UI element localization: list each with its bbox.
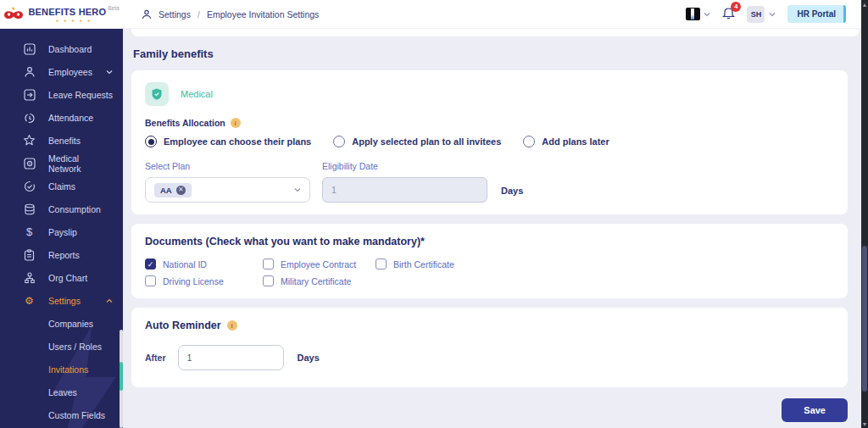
documents-checkbox-grid: ✓ National ID Employee Contract Birth Ce…: [145, 258, 834, 286]
claims-icon: [23, 180, 36, 192]
save-button[interactable]: Save: [782, 398, 848, 422]
sidebar: Dashboard Employees Leave Requests Atten…: [0, 29, 123, 428]
checkbox-national-id[interactable]: ✓ National ID: [145, 258, 263, 270]
checkbox-unchecked-icon: [263, 275, 274, 286]
sidebar-item-benefits[interactable]: Benefits: [0, 129, 123, 152]
info-icon[interactable]: i: [227, 320, 237, 331]
breadcrumb-section[interactable]: Settings: [159, 9, 191, 19]
language-flag-icon: [686, 8, 700, 20]
chevron-down-icon: [704, 11, 710, 18]
consumption-icon: [23, 203, 36, 215]
sidebar-item-leave-requests[interactable]: Leave Requests: [0, 83, 123, 106]
breadcrumb-page: Employee Invitation Settings: [207, 9, 320, 19]
sidebar-item-consumption[interactable]: Consumption: [0, 197, 123, 220]
sidebar-subitem-custom-fields[interactable]: Custom Fields: [0, 403, 123, 426]
avatar: SH: [747, 6, 765, 23]
sidebar-item-employees[interactable]: Employees: [0, 60, 123, 83]
plan-chip: AA ✕: [154, 183, 192, 197]
language-selector[interactable]: [686, 8, 710, 20]
settings-gear-icon: ⚙: [23, 294, 36, 307]
org-chart-icon: [23, 271, 36, 284]
top-header: BENEFITS HEROBeta ★ ★ ★ ★ ★ Settings / E…: [0, 0, 868, 29]
leave-requests-icon: [23, 88, 36, 101]
chevron-down-icon: [294, 186, 301, 193]
allocation-label: Benefits Allocation: [145, 118, 225, 128]
notifications-button[interactable]: 4: [722, 6, 735, 23]
checkbox-unchecked-icon: [263, 258, 274, 270]
auto-reminder-title: Auto Reminder: [145, 320, 221, 331]
logo-stars: ★ ★ ★ ★ ★: [28, 19, 119, 24]
sidebar-subitem-users-roles[interactable]: Users / Roles: [0, 335, 123, 358]
user-icon: [142, 9, 152, 19]
chip-remove-icon[interactable]: ✕: [176, 186, 186, 195]
hero-mask-icon: [3, 7, 24, 22]
documents-title: Documents (Check what you want to make m…: [145, 236, 834, 247]
sidebar-item-reports[interactable]: Reports: [0, 243, 123, 266]
sidebar-item-settings[interactable]: ⚙ Settings: [0, 289, 123, 312]
radio-unselected-icon: [333, 136, 345, 147]
sidebar-scrollbar-thumb[interactable]: [120, 362, 123, 391]
scroll-down-icon[interactable]: ▼: [861, 420, 868, 428]
employees-icon: [23, 65, 36, 78]
auto-reminder-card: Auto Reminder i After Days: [131, 308, 848, 387]
select-plan-label: Select Plan: [145, 161, 310, 171]
sidebar-subitem-invitations[interactable]: Invitations: [0, 358, 123, 381]
sidebar-item-org-chart[interactable]: Org Chart: [0, 266, 123, 289]
sidebar-item-attendance[interactable]: Attendance: [0, 106, 123, 129]
checkbox-unchecked-icon: [376, 258, 387, 270]
chevron-down-icon: [769, 11, 776, 18]
main-content: Family benefits Medical Benefits Allocat…: [123, 29, 868, 428]
eligibility-date-input[interactable]: [322, 177, 487, 203]
reports-icon: [23, 248, 36, 261]
scroll-up-icon[interactable]: ▲: [861, 0, 868, 8]
user-menu[interactable]: SH: [747, 6, 776, 23]
sidebar-item-payslip[interactable]: $ Payslip: [0, 220, 123, 243]
info-icon[interactable]: i: [231, 118, 241, 128]
logo-title: BENEFITS HERO: [28, 7, 106, 17]
radio-apply-selected-plan[interactable]: Apply selected plan to all invitees: [333, 136, 501, 147]
checkbox-checked-icon: ✓: [145, 258, 156, 270]
breadcrumb: Settings / Employee Invitation Settings: [142, 9, 319, 19]
hr-portal-button[interactable]: HR Portal: [787, 5, 846, 23]
checkbox-birth-certificate[interactable]: Birth Certificate: [376, 258, 834, 270]
page-scrollbar-thumb[interactable]: [862, 246, 867, 392]
benefit-name: Medical: [181, 89, 213, 99]
medical-shield-icon: [145, 82, 169, 106]
checkbox-driving-license[interactable]: Driving License: [145, 275, 263, 286]
select-plan-dropdown[interactable]: AA ✕: [145, 177, 310, 203]
radio-selected-icon: [145, 136, 157, 147]
benefits-star-icon: [23, 134, 36, 147]
sidebar-item-medical-network[interactable]: Medical Network: [0, 152, 123, 175]
dashboard-icon: [23, 42, 36, 55]
radio-unselected-icon: [523, 136, 535, 147]
breadcrumb-separator: /: [198, 9, 200, 19]
documents-card: Documents (Check what you want to make m…: [131, 224, 848, 298]
reminder-days-label: Days: [298, 353, 320, 363]
previous-card-remnant: [131, 29, 860, 36]
chevron-up-icon: [106, 297, 113, 304]
logo-beta-tag: Beta: [108, 5, 119, 11]
checkbox-employee-contract[interactable]: Employee Contract: [263, 258, 376, 270]
sidebar-subitem-companies[interactable]: Companies: [0, 312, 123, 335]
sidebar-item-dashboard[interactable]: Dashboard: [0, 37, 123, 60]
sidebar-item-claims[interactable]: Claims: [0, 175, 123, 197]
notification-badge: 4: [731, 2, 741, 12]
chevron-down-icon: [106, 69, 113, 75]
checkbox-military-certificate[interactable]: Military Certificate: [263, 275, 376, 286]
radio-employee-choose[interactable]: Employee can choose their plans: [145, 136, 311, 147]
app-logo[interactable]: BENEFITS HEROBeta ★ ★ ★ ★ ★: [0, 4, 123, 24]
payslip-dollar-icon: $: [23, 225, 36, 238]
checkbox-unchecked-icon: [145, 275, 156, 286]
sidebar-subitem-leaves[interactable]: Leaves: [0, 381, 123, 403]
reminder-days-input[interactable]: [178, 345, 284, 370]
after-label: After: [145, 353, 166, 363]
eligibility-date-label: Eligibility Date: [322, 161, 487, 171]
page-scrollbar[interactable]: ▲ ▼: [861, 0, 868, 428]
eligibility-days-label: Days: [501, 186, 523, 196]
page-title: Family benefits: [133, 47, 848, 60]
medical-network-icon: [23, 157, 36, 170]
radio-add-plans-later[interactable]: Add plans later: [523, 136, 609, 147]
attendance-icon: [23, 111, 36, 124]
family-benefits-card: Medical Benefits Allocation i Employee c…: [131, 70, 848, 214]
sidebar-scrollbar[interactable]: [120, 330, 123, 428]
